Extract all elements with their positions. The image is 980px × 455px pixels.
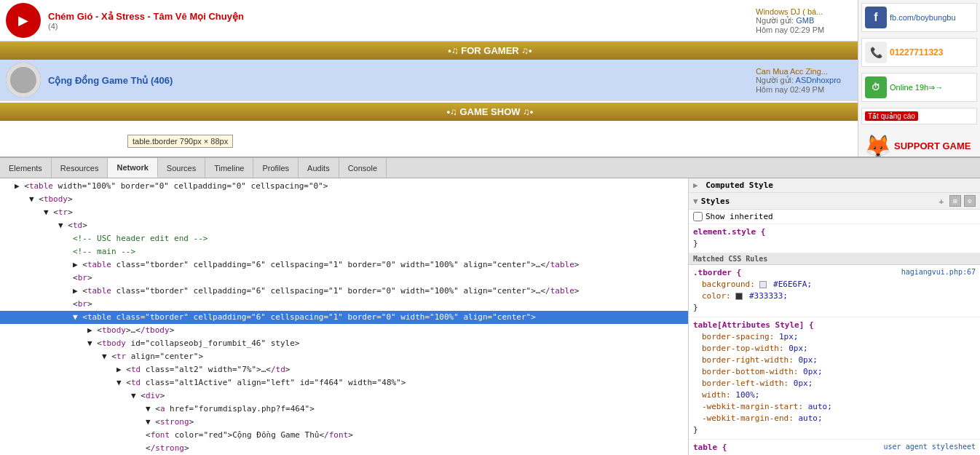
phone-icon: 📞 [865,41,887,63]
styles-header: ▼ Styles + ⊞ ⚙ [689,193,980,210]
online-text: Online 19h⇒→ [890,83,943,92]
sidebar-ad-close[interactable]: Tắt quảng cáo [861,108,977,124]
element-style-selector: element.style { [693,227,765,237]
section-header-gameshow: •♫ GAME SHOW ♫• ▲ [0,103,980,121]
border-bottom-line: border-bottom-width: 0px; [693,366,976,378]
phone-text: 01227711323 [890,47,943,58]
html-line-l1[interactable]: ▶ <table width="100%" border="0" cellpad… [0,180,688,193]
devtools-tabs: Elements Resources Network Sources Timel… [0,158,980,178]
html-line-l17[interactable]: ▼ <div> [0,389,688,403]
forum-sub-1: (4) [48,22,756,31]
tab-audits[interactable]: Audits [299,158,339,178]
styles-icon-btn-1[interactable]: ⊞ [949,195,961,207]
website-area: ▶ Chém Gió - Xả Stress - Tâm Vê Mọi Chuy… [0,0,980,157]
computed-style-label: ▶ Computed Style [693,181,976,190]
fb-icon: f [865,7,887,28]
table-ua-selector: table { [693,443,727,452]
forum-title-2: Cộng Đồng Game Thủ (406) [48,75,756,86]
border-right-line: border-right-width: 0px; [693,355,976,366]
forum-info-2: Cộng Đồng Game Thủ (406) [48,75,756,86]
style-section-tborder: .tborder { hagiangvui.php:67 background:… [689,265,980,317]
tborder-close: } [693,302,976,314]
border-spacing-line: border-spacing: 1px; [693,331,976,343]
forum-avatar-2 [6,63,41,98]
webkit-margin-start-line: -webkit-margin-start: auto; [693,401,976,413]
html-line-l11[interactable]: ▼ <table class="tborder" cellpadding="6"… [0,311,688,324]
webkit-margin-end-line: -webkit-margin-end: auto; [693,413,976,424]
html-line-l16[interactable]: ▼ <td class="alt1Active" align="left" id… [0,376,688,389]
tborder-source[interactable]: hagiangvui.php:67 [901,268,976,277]
styles-label: Styles [701,197,730,206]
website-sidebar: f fb.com/boybungbu 📞 01227711323 ⏱ Onlin… [858,0,980,157]
border-top-line: border-top-width: 0px; [693,343,976,355]
html-line-l14[interactable]: ▼ <tr align="center"> [0,350,688,363]
section-header-forgamer: •♫ FOR GAMER ♫• ▲ [0,41,980,60]
html-line-l2[interactable]: ▼ <tbody> [0,193,688,206]
html-line-l12[interactable]: ▶ <tbody>…</tbody> [0,324,688,337]
tab-timeline[interactable]: Timeline [205,158,253,178]
style-rule-header-tborder: .tborder { hagiangvui.php:67 [693,268,976,277]
forum-title-1: Chém Gió - Xả Stress - Tâm Vê Mọi Chuyện [48,11,756,22]
style-section-element: element.style { } [689,224,980,253]
forum-row-2: Cộng Đồng Game Thủ (406) Can Mua Acc Zin… [0,60,980,101]
color-swatch[interactable] [735,293,743,300]
styles-panel: ▶ Computed Style ▼ Styles + ⊞ ⚙ Show inh… [689,178,980,455]
tab-resources[interactable]: Resources [52,158,108,178]
element-style-close: } [693,238,976,250]
fox-icon: 🦊 [864,133,891,157]
sidebar-online: ⏱ Online 19h⇒→ [861,73,977,102]
tab-profiles[interactable]: Profiles [253,158,299,178]
tab-network[interactable]: Network [108,158,157,178]
html-line-l18[interactable]: ▼ <a href="forumdisplay.php?f=464"> [0,403,688,416]
styles-icon-btn-2[interactable]: ⚙ [964,195,976,207]
html-line-l13[interactable]: ▼ <tbody id="collapseobj_forumbit_46" st… [0,337,688,350]
ad-close-label[interactable]: Tắt quảng cáo [865,111,918,121]
html-line-l20[interactable]: <font color="red">Cộng Đồng Game Thủ</fo… [0,429,688,442]
devtools: Elements Resources Network Sources Timel… [0,157,980,455]
html-line-l4[interactable]: ▼ <td> [0,219,688,232]
style-section-table-attr: table[Attributes Style] { border-spacing… [689,317,980,440]
html-line-l15[interactable]: ▶ <td class="alt2" width="7%">…</td> [0,363,688,376]
element-tooltip: table.tborder 790px × 88px [127,135,233,148]
html-line-l19[interactable]: ▼ <strong> [0,416,688,429]
html-line-l5[interactable]: <!-- USC header edit end --> [0,232,688,245]
show-inherited-row: Show inherited [689,210,980,224]
tborder-bg-line: background: #E6E6FA; [693,279,976,290]
computed-style-header: ▶ Computed Style [689,178,980,193]
forum-info-1: Chém Gió - Xả Stress - Tâm Vê Mọi Chuyện… [48,11,756,31]
sidebar-phone: 📞 01227711323 [861,38,977,67]
tab-sources[interactable]: Sources [158,158,205,178]
section-header-forgamer-label: •♫ FOR GAMER ♫• [448,45,532,56]
html-line-l10[interactable]: <br> [0,298,688,311]
show-inherited-label: Show inherited [706,212,773,221]
html-line-l8[interactable]: <br> [0,272,688,285]
html-line-l21[interactable]: </strong> [0,442,688,455]
support-banner: 🦊 SUPPORT GAME [861,130,977,157]
html-line-l3[interactable]: ▼ <tr> [0,206,688,219]
style-rule-header-table-attr: table[Attributes Style] { [693,320,976,330]
style-rule-header-table-ua: table { user agent stylesheet [693,443,976,452]
tab-elements[interactable]: Elements [0,158,52,178]
online-icon: ⏱ [865,76,887,98]
table-ua-source: user agent stylesheet [884,443,976,452]
devtools-body: ▶ <table width="100%" border="0" cellpad… [0,178,980,455]
html-line-l7[interactable]: ▶ <table class="tborder" cellpadding="6"… [0,258,688,272]
fb-text: fb.com/boybungbu [890,13,956,22]
show-inherited-checkbox[interactable] [693,212,703,221]
style-rule-header-element: element.style { [693,227,976,237]
tab-console[interactable]: Console [339,158,387,178]
table-attr-selector: table[Attributes Style] { [693,320,814,330]
tborder-selector: .tborder { [693,268,741,277]
html-line-l6[interactable]: <!-- main --> [0,245,688,258]
sidebar-fb: f fb.com/boybungbu [861,3,977,32]
table-attr-close: } [693,424,976,436]
section-header-gameshow-label: •♫ GAME SHOW ♫• [447,106,534,117]
tborder-color-line: color: #333333; [693,290,976,302]
support-text: SUPPORT GAME [894,141,971,151]
style-section-table-ua: table { user agent stylesheet display: t… [689,440,980,455]
bg-color-swatch[interactable] [759,281,767,288]
html-panel[interactable]: ▶ <table width="100%" border="0" cellpad… [0,178,689,455]
matched-css-label: Matched CSS Rules [689,253,980,265]
border-left-line: border-left-width: 0px; [693,378,976,389]
html-line-l9[interactable]: ▶ <table class="tborder" cellpadding="6"… [0,285,688,298]
